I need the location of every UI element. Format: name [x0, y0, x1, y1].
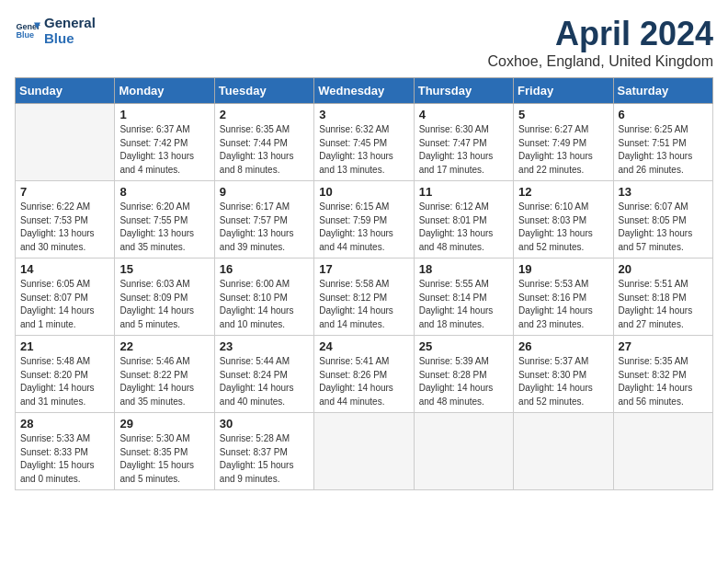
- day-detail: Sunrise: 6:35 AMSunset: 7:44 PMDaylight:…: [220, 123, 309, 177]
- calendar-cell: 17Sunrise: 5:58 AMSunset: 8:12 PMDayligh…: [314, 259, 414, 336]
- day-detail: Sunrise: 6:12 AMSunset: 8:01 PMDaylight:…: [419, 201, 508, 254]
- day-number: 4: [419, 108, 508, 121]
- day-detail: Sunrise: 5:39 AMSunset: 8:28 PMDaylight:…: [419, 355, 508, 408]
- day-detail: Sunrise: 5:44 AMSunset: 8:24 PMDaylight:…: [220, 355, 309, 408]
- calendar-cell: 23Sunrise: 5:44 AMSunset: 8:24 PMDayligh…: [214, 336, 313, 413]
- calendar-cell: 16Sunrise: 6:00 AMSunset: 8:10 PMDayligh…: [214, 259, 313, 336]
- calendar-cell: 1Sunrise: 6:37 AMSunset: 7:42 PMDaylight…: [115, 104, 214, 181]
- calendar-cell: 4Sunrise: 6:30 AMSunset: 7:47 PMDaylight…: [414, 104, 513, 181]
- weekday-header-row: SundayMondayTuesdayWednesdayThursdayFrid…: [16, 78, 713, 104]
- calendar-cell: [613, 413, 712, 490]
- day-detail: Sunrise: 6:27 AMSunset: 7:49 PMDaylight:…: [518, 123, 608, 177]
- day-detail: Sunrise: 5:30 AMSunset: 8:35 PMDaylight:…: [119, 432, 209, 486]
- location: Coxhoe, England, United Kingdom: [488, 53, 714, 70]
- day-number: 25: [419, 339, 508, 353]
- calendar-cell: 7Sunrise: 6:22 AMSunset: 7:53 PMDaylight…: [16, 181, 115, 259]
- logo-blue: Blue: [44, 30, 96, 46]
- calendar-cell: 5Sunrise: 6:27 AMSunset: 7:49 PMDaylight…: [514, 104, 613, 181]
- calendar-cell: 25Sunrise: 5:39 AMSunset: 8:28 PMDayligh…: [414, 336, 513, 413]
- day-detail: Sunrise: 6:37 AMSunset: 7:42 PMDaylight:…: [119, 123, 209, 177]
- day-number: 10: [319, 185, 408, 199]
- day-detail: Sunrise: 5:48 AMSunset: 8:20 PMDaylight:…: [20, 355, 109, 408]
- day-detail: Sunrise: 6:17 AMSunset: 7:57 PMDaylight:…: [220, 201, 309, 254]
- logo-general: General: [44, 15, 96, 30]
- day-number: 14: [20, 262, 109, 276]
- day-number: 30: [220, 417, 309, 431]
- calendar-cell: [314, 413, 414, 490]
- weekday-header-sunday: Sunday: [16, 78, 115, 104]
- day-detail: Sunrise: 6:32 AMSunset: 7:45 PMDaylight:…: [319, 123, 408, 177]
- day-number: 18: [419, 262, 508, 276]
- day-number: 13: [619, 185, 708, 199]
- day-detail: Sunrise: 6:22 AMSunset: 7:53 PMDaylight:…: [20, 201, 109, 254]
- calendar-cell: 2Sunrise: 6:35 AMSunset: 7:44 PMDaylight…: [214, 104, 313, 181]
- weekday-header-saturday: Saturday: [613, 78, 712, 104]
- week-row-4: 21Sunrise: 5:48 AMSunset: 8:20 PMDayligh…: [16, 336, 713, 413]
- day-detail: Sunrise: 5:28 AMSunset: 8:37 PMDaylight:…: [220, 432, 309, 486]
- day-number: 27: [619, 339, 708, 353]
- day-detail: Sunrise: 6:00 AMSunset: 8:10 PMDaylight:…: [220, 278, 309, 331]
- day-number: 8: [119, 185, 209, 199]
- calendar-cell: 6Sunrise: 6:25 AMSunset: 7:51 PMDaylight…: [613, 104, 712, 181]
- day-number: 22: [119, 339, 209, 353]
- weekday-header-tuesday: Tuesday: [214, 78, 313, 104]
- day-detail: Sunrise: 5:35 AMSunset: 8:32 PMDaylight:…: [619, 355, 708, 408]
- day-detail: Sunrise: 5:46 AMSunset: 8:22 PMDaylight:…: [119, 355, 209, 408]
- day-number: 17: [319, 262, 408, 276]
- calendar-cell: 21Sunrise: 5:48 AMSunset: 8:20 PMDayligh…: [16, 336, 115, 413]
- page-header: General Blue General Blue April 2024 Cox…: [15, 15, 713, 70]
- day-detail: Sunrise: 5:51 AMSunset: 8:18 PMDaylight:…: [619, 278, 708, 331]
- day-number: 6: [619, 108, 708, 121]
- svg-text:Blue: Blue: [16, 30, 34, 40]
- calendar-cell: 13Sunrise: 6:07 AMSunset: 8:05 PMDayligh…: [613, 181, 712, 259]
- week-row-2: 7Sunrise: 6:22 AMSunset: 7:53 PMDaylight…: [16, 181, 713, 259]
- day-number: 11: [419, 185, 508, 199]
- logo: General Blue General Blue: [15, 15, 96, 46]
- day-detail: Sunrise: 6:10 AMSunset: 8:03 PMDaylight:…: [518, 201, 608, 254]
- month-title: April 2024: [488, 15, 714, 53]
- calendar-cell: 3Sunrise: 6:32 AMSunset: 7:45 PMDaylight…: [314, 104, 414, 181]
- calendar-cell: 24Sunrise: 5:41 AMSunset: 8:26 PMDayligh…: [314, 336, 414, 413]
- day-detail: Sunrise: 5:58 AMSunset: 8:12 PMDaylight:…: [319, 278, 408, 331]
- day-number: 21: [20, 339, 109, 353]
- day-detail: Sunrise: 5:41 AMSunset: 8:26 PMDaylight:…: [319, 355, 408, 408]
- day-detail: Sunrise: 5:37 AMSunset: 8:30 PMDaylight:…: [518, 355, 608, 408]
- day-detail: Sunrise: 6:20 AMSunset: 7:55 PMDaylight:…: [119, 201, 209, 254]
- day-number: 15: [119, 262, 209, 276]
- calendar-cell: 22Sunrise: 5:46 AMSunset: 8:22 PMDayligh…: [115, 336, 214, 413]
- day-number: 26: [518, 339, 608, 353]
- day-number: 16: [220, 262, 309, 276]
- calendar-cell: 10Sunrise: 6:15 AMSunset: 7:59 PMDayligh…: [314, 181, 414, 259]
- title-block: April 2024 Coxhoe, England, United Kingd…: [488, 15, 714, 70]
- calendar-cell: 29Sunrise: 5:30 AMSunset: 8:35 PMDayligh…: [115, 413, 214, 490]
- day-number: 28: [20, 417, 109, 431]
- day-detail: Sunrise: 6:25 AMSunset: 7:51 PMDaylight:…: [619, 123, 708, 177]
- calendar-cell: [514, 413, 613, 490]
- week-row-5: 28Sunrise: 5:33 AMSunset: 8:33 PMDayligh…: [16, 413, 713, 490]
- day-detail: Sunrise: 5:55 AMSunset: 8:14 PMDaylight:…: [419, 278, 508, 331]
- day-detail: Sunrise: 6:05 AMSunset: 8:07 PMDaylight:…: [20, 278, 109, 331]
- calendar-cell: 11Sunrise: 6:12 AMSunset: 8:01 PMDayligh…: [414, 181, 513, 259]
- day-number: 12: [518, 185, 608, 199]
- calendar-cell: 19Sunrise: 5:53 AMSunset: 8:16 PMDayligh…: [514, 259, 613, 336]
- calendar-cell: 20Sunrise: 5:51 AMSunset: 8:18 PMDayligh…: [613, 259, 712, 336]
- weekday-header-thursday: Thursday: [414, 78, 513, 104]
- calendar-cell: 28Sunrise: 5:33 AMSunset: 8:33 PMDayligh…: [16, 413, 115, 490]
- day-number: 2: [220, 108, 309, 121]
- calendar-cell: 8Sunrise: 6:20 AMSunset: 7:55 PMDaylight…: [115, 181, 214, 259]
- day-number: 19: [518, 262, 608, 276]
- calendar-cell: 15Sunrise: 6:03 AMSunset: 8:09 PMDayligh…: [115, 259, 214, 336]
- calendar-cell: 27Sunrise: 5:35 AMSunset: 8:32 PMDayligh…: [613, 336, 712, 413]
- week-row-1: 1Sunrise: 6:37 AMSunset: 7:42 PMDaylight…: [16, 104, 713, 181]
- calendar-cell: 18Sunrise: 5:55 AMSunset: 8:14 PMDayligh…: [414, 259, 513, 336]
- day-number: 7: [20, 185, 109, 199]
- logo-icon: General Blue: [15, 17, 40, 43]
- day-number: 9: [220, 185, 309, 199]
- calendar-cell: 26Sunrise: 5:37 AMSunset: 8:30 PMDayligh…: [514, 336, 613, 413]
- day-number: 29: [119, 417, 209, 431]
- weekday-header-friday: Friday: [514, 78, 613, 104]
- calendar-cell: 30Sunrise: 5:28 AMSunset: 8:37 PMDayligh…: [214, 413, 313, 490]
- calendar-table: SundayMondayTuesdayWednesdayThursdayFrid…: [15, 77, 713, 490]
- calendar-cell: 14Sunrise: 6:05 AMSunset: 8:07 PMDayligh…: [16, 259, 115, 336]
- day-number: 1: [119, 108, 209, 121]
